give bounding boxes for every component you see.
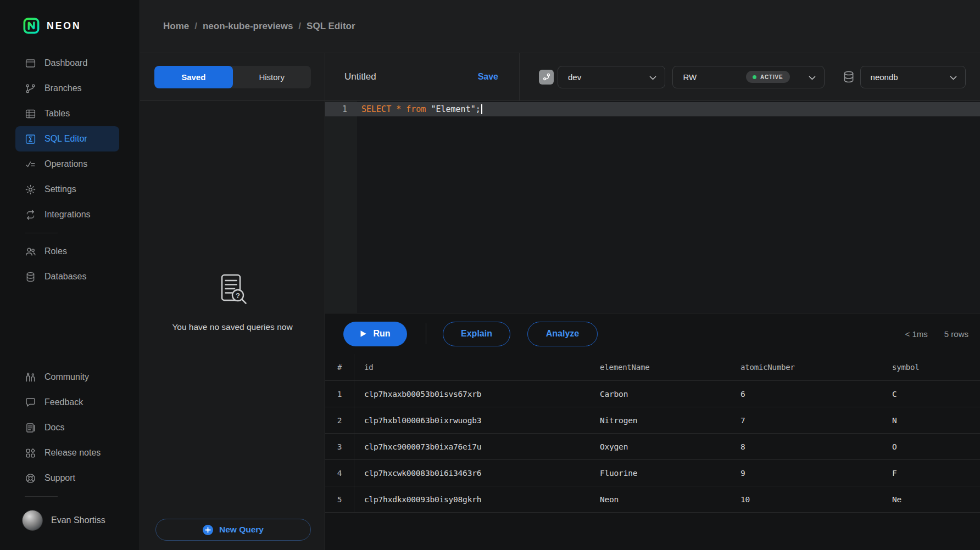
table-row-2-index[interactable]: 2: [325, 407, 354, 434]
play-icon: [360, 330, 367, 338]
sidebar: NEON Dashboard Branches Tables SQL Edito…: [0, 0, 140, 550]
table-cell[interactable]: Ne: [882, 486, 980, 513]
sidebar-item-branches[interactable]: Branches: [15, 76, 119, 101]
sidebar-item-support[interactable]: Support: [15, 465, 119, 491]
user-menu[interactable]: Evan Shortiss: [22, 508, 140, 532]
connection-toolbar: dev RW ACTIVE: [520, 53, 980, 100]
branch-chip-button[interactable]: [539, 70, 554, 85]
table-cell[interactable]: O: [882, 434, 980, 460]
table-cell[interactable]: clp7hxdkx00093b0isy08gkrh: [354, 486, 590, 513]
breadcrumb-separator: /: [298, 21, 301, 32]
query-duration: < 1ms: [905, 329, 928, 339]
users-icon: [25, 246, 36, 257]
avatar: [22, 510, 43, 531]
sidebar-item-release-notes[interactable]: Release notes: [15, 440, 119, 465]
git-branch-icon: [25, 83, 36, 94]
analyze-button[interactable]: Analyze: [527, 322, 598, 346]
sidebar-item-settings[interactable]: Settings: [15, 177, 119, 202]
table-row-1-index[interactable]: 1: [325, 381, 354, 407]
active-status-badge: ACTIVE: [746, 71, 789, 83]
table-cell[interactable]: 8: [731, 434, 882, 460]
sidebar-item-databases[interactable]: Databases: [15, 264, 119, 289]
run-button[interactable]: Run: [343, 322, 407, 346]
table-row-3-index[interactable]: 3: [325, 434, 354, 460]
empty-saved-queries: ? You have no saved queries now: [140, 272, 325, 332]
results-panel: # id elementName atomicNumber symbol 1 c…: [325, 354, 980, 550]
table-cell[interactable]: Carbon: [590, 381, 731, 407]
table-cell[interactable]: 9: [731, 460, 882, 486]
table-cell[interactable]: 6: [731, 381, 882, 407]
breadcrumb-separator: /: [194, 21, 197, 32]
query-stats: < 1ms 5 rows: [905, 329, 968, 339]
compute-select[interactable]: RW ACTIVE: [672, 66, 824, 88]
sidebar-spacer: [0, 289, 140, 364]
sidebar-item-operations[interactable]: Operations: [15, 151, 119, 177]
table-icon: [25, 108, 36, 120]
table-cell[interactable]: clp7hxbl000063b0ixrwuogb3: [354, 407, 590, 434]
editor-gutter: [325, 101, 357, 313]
sidebar-item-feedback[interactable]: Feedback: [15, 390, 119, 415]
line-number: 1: [325, 104, 357, 114]
column-header-atomicnumber: atomicNumber: [731, 354, 882, 381]
release-notes-icon: [25, 447, 36, 459]
chevron-down-icon: [809, 72, 816, 82]
save-button[interactable]: Save: [478, 72, 498, 82]
code-content: SELECT * from "Element";: [357, 104, 482, 114]
saved-panel-header: Saved History: [140, 53, 325, 101]
svg-text:?: ?: [236, 291, 240, 300]
sidebar-divider-bottom: [25, 496, 58, 497]
branch-select[interactable]: dev: [558, 66, 665, 88]
column-header-id: id: [354, 354, 590, 381]
chevron-down-icon: [950, 72, 957, 82]
brand-logo[interactable]: NEON: [23, 18, 140, 34]
sidebar-item-dashboard[interactable]: Dashboard: [15, 50, 119, 76]
speech-bubble-icon: [25, 397, 36, 408]
table-cell[interactable]: Neon: [590, 486, 731, 513]
tab-history[interactable]: History: [233, 66, 311, 88]
code-editor[interactable]: 1 SELECT * from "Element";: [325, 101, 980, 313]
saved-queries-panel: Saved History ?: [140, 53, 325, 550]
table-cell[interactable]: clp7hxc9000073b0ixa76ei7u: [354, 434, 590, 460]
database-cylinder-icon: [842, 70, 856, 84]
table-row-5-index[interactable]: 5: [325, 486, 354, 513]
sidebar-item-integrations[interactable]: Integrations: [15, 202, 119, 227]
new-query-button[interactable]: New Query: [155, 519, 311, 541]
sidebar-item-sql-editor[interactable]: SQL Editor: [15, 126, 119, 151]
branch-glyph-icon: [542, 72, 551, 81]
no-queries-icon: ?: [214, 272, 251, 309]
main-area: Home / neon-kube-previews / SQL Editor S…: [140, 0, 980, 550]
table-cell[interactable]: 10: [731, 486, 882, 513]
sidebar-item-roles[interactable]: Roles: [15, 239, 119, 264]
explain-button[interactable]: Explain: [443, 322, 510, 346]
sidebar-item-docs[interactable]: Docs: [15, 415, 119, 440]
tab-saved[interactable]: Saved: [154, 66, 233, 88]
sql-editor-icon: [25, 133, 36, 145]
community-icon: [25, 372, 36, 383]
table-cell[interactable]: 7: [731, 407, 882, 434]
breadcrumb-home[interactable]: Home: [163, 21, 189, 32]
sidebar-item-community[interactable]: Community: [15, 364, 119, 390]
sidebar-divider: [25, 233, 58, 233]
table-cell[interactable]: C: [882, 381, 980, 407]
table-cell[interactable]: Oxygen: [590, 434, 731, 460]
editor-header: Untitled Save dev RW: [325, 53, 980, 101]
sidebar-item-tables[interactable]: Tables: [15, 101, 119, 126]
table-cell[interactable]: clp7hxaxb00053b0isvs67xrb: [354, 381, 590, 407]
breadcrumb: Home / neon-kube-previews / SQL Editor: [140, 0, 980, 53]
table-cell[interactable]: F: [882, 460, 980, 486]
query-actions-bar: Run Explain Analyze < 1ms 5 rows: [325, 313, 980, 354]
saved-history-tabs: Saved History: [154, 66, 311, 88]
dashboard-icon: [25, 58, 36, 69]
empty-state-message: You have no saved queries now: [172, 322, 292, 332]
button-divider: [426, 323, 426, 344]
table-cell[interactable]: N: [882, 407, 980, 434]
chevron-down-icon: [649, 72, 656, 82]
table-row-4-index[interactable]: 4: [325, 460, 354, 486]
breadcrumb-current-page: SQL Editor: [307, 21, 355, 32]
table-cell[interactable]: Nitrogen: [590, 407, 731, 434]
database-select[interactable]: neondb: [860, 66, 966, 88]
gear-icon: [25, 184, 36, 195]
table-cell[interactable]: Fluorine: [590, 460, 731, 486]
breadcrumb-project[interactable]: neon-kube-previews: [203, 21, 293, 32]
table-cell[interactable]: clp7hxcwk00083b0i6i3463r6: [354, 460, 590, 486]
